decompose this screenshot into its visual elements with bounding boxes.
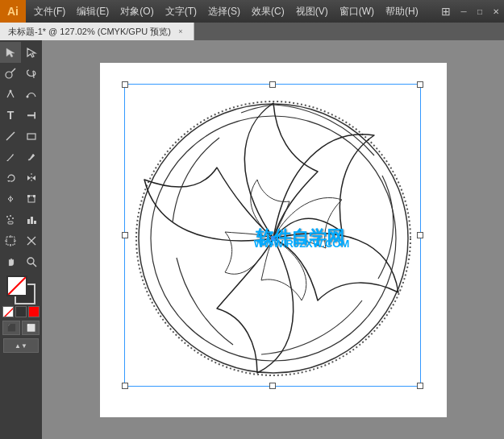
- draw-behind-button[interactable]: ⬜: [22, 321, 40, 335]
- selection-tool-button[interactable]: [0, 42, 21, 63]
- artboard-tool-button[interactable]: [0, 230, 21, 251]
- svg-rect-19: [31, 217, 33, 224]
- curvature-tool-button[interactable]: [21, 84, 42, 105]
- svg-point-13: [6, 216, 8, 217]
- none-color-swatch[interactable]: [2, 306, 14, 317]
- zoom-tool-button[interactable]: [21, 251, 42, 272]
- svg-line-29: [33, 263, 36, 267]
- svg-point-16: [12, 217, 14, 219]
- hand-tool-button[interactable]: [0, 251, 21, 272]
- maximize-button[interactable]: □: [472, 0, 488, 23]
- menu-type[interactable]: 文字(T): [160, 3, 202, 20]
- screen-mode-button[interactable]: ⬛: [2, 321, 20, 335]
- grid-icon: ⊞: [436, 0, 456, 23]
- type-tool-button[interactable]: T: [0, 105, 21, 126]
- vertical-type-tool-button[interactable]: T: [21, 105, 42, 126]
- menu-edit[interactable]: 编辑(E): [72, 3, 114, 20]
- width-tool-button[interactable]: [0, 188, 21, 209]
- svg-rect-35: [271, 236, 276, 241]
- tab-bar: 未标题-1* @ 127.02% (CMYK/GPU 预览) ×: [0, 23, 504, 40]
- column-graph-tool-button[interactable]: [21, 209, 42, 230]
- black-swatch[interactable]: [15, 306, 27, 317]
- main-area: T T: [0, 40, 504, 439]
- window-controls: ─ □ ✕: [456, 0, 504, 23]
- svg-line-31: [3, 307, 14, 317]
- document-tab[interactable]: 未标题-1* @ 127.02% (CMYK/GPU 预览) ×: [0, 23, 194, 40]
- svg-point-28: [27, 258, 34, 264]
- svg-point-0: [6, 72, 12, 78]
- menu-view[interactable]: 视图(V): [291, 3, 333, 20]
- fill-color-box[interactable]: [6, 275, 27, 296]
- menu-effect[interactable]: 效果(C): [247, 3, 289, 20]
- svg-rect-18: [27, 219, 30, 224]
- lasso-tool-button[interactable]: [21, 63, 42, 84]
- svg-line-5: [6, 132, 15, 140]
- color-section: [0, 275, 42, 317]
- artwork-svg: [100, 63, 447, 417]
- symbol-sprayer-tool-button[interactable]: [0, 209, 21, 230]
- line-segment-tool-button[interactable]: [0, 126, 21, 147]
- svg-line-1: [11, 68, 15, 72]
- svg-rect-11: [27, 195, 30, 197]
- menu-window[interactable]: 窗口(W): [335, 3, 379, 20]
- rotate-tool-button[interactable]: [0, 168, 21, 188]
- red-swatch[interactable]: [28, 306, 40, 317]
- svg-rect-17: [8, 222, 13, 224]
- svg-point-15: [8, 218, 10, 220]
- change-screen-mode-button[interactable]: ▲▼: [3, 338, 39, 353]
- small-color-row: [2, 306, 40, 317]
- app-logo: Ai: [0, 0, 26, 23]
- paintbrush-tool-button[interactable]: [0, 147, 21, 168]
- svg-rect-12: [33, 195, 35, 197]
- free-transform-tool-button[interactable]: [21, 188, 42, 209]
- title-bar: Ai 文件(F) 编辑(E) 对象(O) 文字(T) 选择(S) 效果(C) 视…: [0, 0, 504, 23]
- canvas-area[interactable]: 软件自学网 WWW.RJZXW.COM: [42, 40, 504, 439]
- svg-rect-21: [6, 237, 15, 245]
- svg-point-4: [27, 96, 29, 98]
- left-toolbar: T T: [0, 40, 42, 439]
- tab-close-button[interactable]: ×: [176, 27, 185, 36]
- menu-bar: 文件(F) 编辑(E) 对象(O) 文字(T) 选择(S) 效果(C) 视图(V…: [26, 0, 436, 23]
- reflect-tool-button[interactable]: [21, 168, 42, 188]
- svg-rect-20: [34, 221, 36, 224]
- pencil-tool-button[interactable]: [21, 147, 42, 168]
- svg-line-2: [33, 71, 34, 78]
- pen-tool-button[interactable]: [0, 84, 21, 105]
- magic-wand-tool-button[interactable]: [0, 63, 21, 84]
- menu-help[interactable]: 帮助(H): [381, 3, 423, 20]
- menu-select[interactable]: 选择(S): [203, 3, 245, 20]
- svg-rect-6: [27, 134, 35, 139]
- minimize-button[interactable]: ─: [456, 0, 472, 23]
- svg-point-14: [10, 215, 11, 217]
- tab-title: 未标题-1* @ 127.02% (CMYK/GPU 预览): [8, 26, 171, 38]
- rectangle-tool-button[interactable]: [21, 126, 42, 147]
- slice-tool-button[interactable]: [21, 230, 42, 251]
- svg-point-3: [10, 90, 12, 93]
- color-boxes[interactable]: [6, 275, 35, 304]
- menu-file[interactable]: 文件(F): [29, 3, 70, 20]
- svg-marker-7: [7, 180, 10, 182]
- direct-selection-tool-button[interactable]: [21, 42, 42, 63]
- close-button[interactable]: ✕: [488, 0, 504, 23]
- view-section: ⬛ ⬜ ▲▼: [2, 321, 40, 353]
- canvas-document: 软件自学网 WWW.RJZXW.COM: [100, 63, 447, 417]
- logo-text: Ai: [7, 5, 19, 18]
- menu-object[interactable]: 对象(O): [115, 3, 158, 20]
- svg-line-30: [8, 277, 26, 295]
